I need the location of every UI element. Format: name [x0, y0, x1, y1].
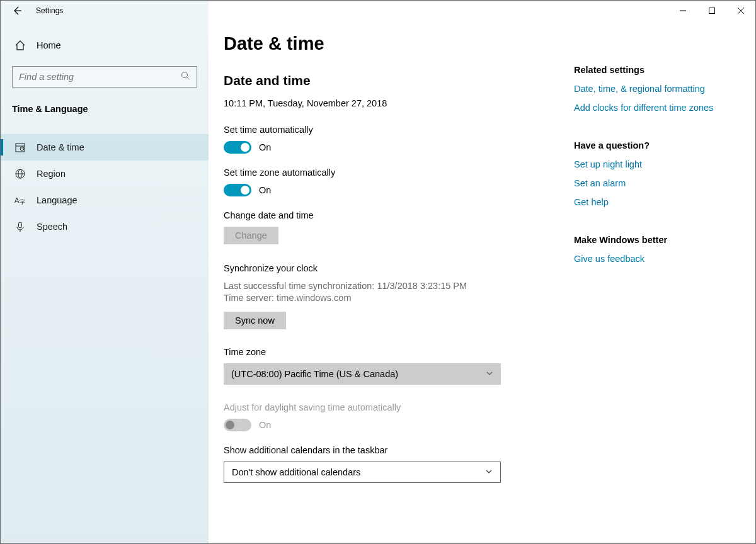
link-get-help[interactable]: Get help [574, 197, 738, 207]
set-tz-auto-toggle[interactable] [224, 184, 251, 196]
search-input[interactable] [19, 72, 181, 82]
svg-text:A: A [14, 196, 20, 204]
tz-label: Time zone [224, 347, 570, 357]
window-title: Settings [36, 6, 63, 15]
sync-heading: Synchronize your clock [224, 263, 570, 273]
nav-label: Language [37, 195, 77, 205]
main-area: Date & time Date and time 10:11 PM, Tues… [209, 1, 755, 543]
nav-date-time[interactable]: Date & time [1, 134, 209, 161]
set-time-auto-label: Set time automatically [224, 125, 570, 135]
nav-label: Speech [37, 222, 67, 232]
addl-cal-value: Don't show additional calendars [232, 467, 360, 477]
nav-label: Date & time [37, 142, 84, 152]
home-nav[interactable]: Home [1, 33, 209, 57]
sync-now-button[interactable]: Sync now [224, 312, 286, 329]
change-dt-label: Change date and time [224, 210, 570, 220]
nav-language[interactable]: A字 Language [1, 187, 209, 213]
svg-point-4 [182, 72, 188, 77]
right-column: Related settings Date, time, & regional … [574, 33, 738, 543]
svg-text:字: 字 [20, 199, 25, 205]
nav-speech[interactable]: Speech [1, 213, 209, 240]
set-time-auto-toggle[interactable] [224, 141, 251, 154]
maximize-button[interactable] [697, 1, 726, 21]
link-regional-formatting[interactable]: Date, time, & regional formatting [574, 84, 738, 94]
svg-rect-15 [19, 222, 22, 228]
sync-server: Time server: time.windows.com [224, 293, 570, 303]
link-add-clocks[interactable]: Add clocks for different time zones [574, 103, 738, 113]
home-label: Home [37, 40, 61, 50]
svg-rect-1 [709, 8, 715, 14]
content-column: Date & time Date and time 10:11 PM, Tues… [224, 33, 570, 543]
additional-calendars-dropdown[interactable]: Don't show additional calendars [224, 462, 501, 483]
change-button: Change [224, 227, 278, 244]
search-box[interactable] [12, 66, 197, 88]
clock-icon [14, 142, 26, 153]
nav-region[interactable]: Region [1, 161, 209, 187]
dst-state: On [259, 420, 271, 430]
settings-window: Settings Home Time & Language Date & [0, 0, 756, 544]
minimize-button[interactable] [668, 1, 697, 21]
set-time-auto-state: On [259, 142, 271, 152]
titlebar: Settings [1, 1, 755, 21]
dst-label: Adjust for daylight saving time automati… [224, 402, 570, 412]
set-tz-auto-state: On [259, 185, 271, 195]
globe-icon [14, 168, 26, 179]
search-icon [181, 71, 190, 83]
set-tz-auto-label: Set time zone automatically [224, 167, 570, 178]
link-night-light[interactable]: Set up night light [574, 159, 738, 169]
link-set-alarm[interactable]: Set an alarm [574, 178, 738, 188]
tz-value: (UTC-08:00) Pacific Time (US & Canada) [231, 369, 398, 379]
sidebar: Home Time & Language Date & time Region … [1, 1, 209, 543]
home-icon [14, 40, 26, 51]
category-title: Time & Language [1, 104, 209, 114]
close-button[interactable] [726, 1, 755, 21]
feedback-heading: Make Windows better [574, 235, 738, 245]
chevron-down-icon [485, 468, 493, 477]
svg-line-5 [187, 77, 190, 79]
link-feedback[interactable]: Give us feedback [574, 254, 738, 264]
back-button[interactable] [12, 6, 22, 16]
related-heading: Related settings [574, 65, 738, 75]
question-heading: Have a question? [574, 140, 738, 150]
chevron-down-icon [486, 370, 493, 379]
section-heading: Date and time [224, 73, 570, 88]
nav-label: Region [37, 169, 66, 179]
dst-toggle [224, 419, 251, 431]
current-datetime: 10:11 PM, Tuesday, November 27, 2018 [224, 98, 570, 108]
addl-cal-label: Show additional calendars in the taskbar [224, 445, 570, 455]
microphone-icon [14, 221, 26, 232]
language-icon: A字 [14, 195, 26, 206]
page-title: Date & time [224, 33, 570, 54]
timezone-dropdown: (UTC-08:00) Pacific Time (US & Canada) [224, 363, 501, 385]
sync-last: Last successful time synchronization: 11… [224, 281, 570, 291]
